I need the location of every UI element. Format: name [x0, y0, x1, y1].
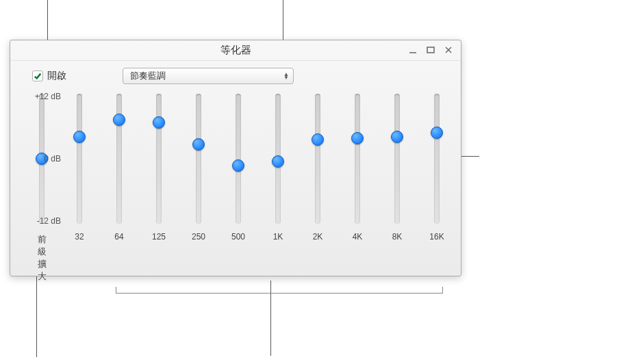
svg-rect-1 [427, 47, 434, 53]
band-thumb-1K[interactable] [272, 155, 284, 168]
freq-label: 4K [353, 232, 363, 242]
band-thumb-8K[interactable] [391, 131, 403, 143]
band-2K: 2K [307, 94, 328, 283]
band-thumb-250[interactable] [192, 138, 205, 151]
updown-icon: ▲▼ [283, 73, 289, 79]
window-controls [405, 43, 457, 57]
freq-label: 32 [75, 232, 84, 242]
close-button[interactable] [440, 43, 457, 57]
band-1K: 1K [268, 94, 288, 283]
band-slider-64[interactable] [116, 94, 122, 224]
band-4K: 4K [347, 94, 368, 283]
checkbox-box [32, 70, 43, 81]
enable-checkbox[interactable]: 開啟 [32, 70, 66, 82]
band-64: 64 [109, 94, 129, 283]
band-slider-250[interactable] [196, 94, 201, 224]
freq-label: 125 [152, 232, 166, 242]
band-slider-32[interactable] [77, 94, 82, 224]
freq-label: 16K [429, 232, 444, 242]
band-slider-125[interactable] [156, 94, 162, 224]
bands: 32641252505001K2K4K8K16K [69, 94, 447, 283]
band-16K: 16K [427, 94, 447, 283]
db-scale: +12 dB 0 dB -12 dB [49, 94, 66, 229]
preamp-label: 前級擴大 [35, 233, 49, 283]
db-bottom: -12 dB [37, 216, 61, 226]
band-thumb-500[interactable] [232, 159, 244, 172]
band-500: 500 [228, 94, 249, 283]
band-thumb-125[interactable] [153, 116, 165, 129]
preset-value: 節奏藍調 [130, 70, 166, 82]
band-125: 125 [149, 94, 169, 283]
enable-label: 開啟 [47, 70, 66, 82]
band-slider-1K[interactable] [275, 94, 281, 224]
freq-label: 500 [231, 232, 245, 242]
freq-label: 64 [114, 232, 123, 242]
band-thumb-64[interactable] [113, 114, 125, 126]
window-title: 等化器 [220, 44, 251, 57]
band-thumb-2K[interactable] [312, 133, 324, 146]
minimize-button[interactable] [405, 43, 421, 57]
db-top: +12 dB [35, 92, 61, 101]
db-mid: 0 dB [44, 154, 61, 164]
band-slider-500[interactable] [236, 94, 241, 224]
band-32: 32 [69, 94, 90, 283]
bands-bracket [116, 287, 443, 294]
preset-select[interactable]: 節奏藍調 ▲▼ [123, 68, 294, 84]
band-thumb-32[interactable] [73, 131, 86, 143]
toolbar: 開啟 節奏藍調 ▲▼ [10, 61, 461, 88]
preamp-column: 前級擴大 [35, 94, 49, 283]
equalizer-window: 等化器 開啟 節奏藍調 ▲▼ [10, 40, 461, 276]
band-slider-16K[interactable] [434, 94, 440, 224]
band-slider-4K[interactable] [355, 94, 360, 224]
check-icon [34, 72, 42, 80]
freq-label: 250 [192, 232, 205, 242]
freq-label: 1K [273, 232, 283, 242]
band-slider-2K[interactable] [315, 94, 320, 224]
band-8K: 8K [387, 94, 407, 283]
band-thumb-4K[interactable] [351, 132, 364, 144]
band-thumb-16K[interactable] [431, 127, 443, 139]
band-slider-8K[interactable] [394, 94, 400, 224]
freq-label: 2K [313, 232, 323, 242]
freq-label: 8K [392, 232, 403, 242]
equalizer-body: 前級擴大 +12 dB 0 dB -12 dB 32641252505001K2… [10, 88, 461, 289]
maximize-button[interactable] [422, 43, 439, 57]
band-250: 250 [188, 94, 209, 283]
titlebar: 等化器 [10, 40, 461, 61]
